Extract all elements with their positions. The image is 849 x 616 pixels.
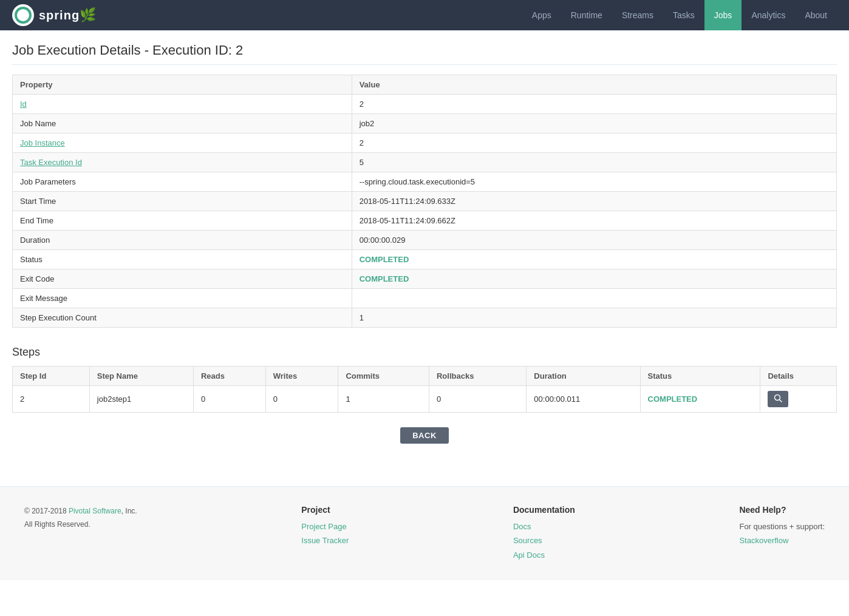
footer-copyright: © 2017-2018 Pivotal Software, Inc. All R… — [24, 505, 137, 531]
property-link[interactable]: Id — [20, 100, 27, 109]
property-link[interactable]: Task Execution Id — [20, 158, 82, 167]
detail-value: job2 — [352, 114, 836, 134]
footer-documentation: Documentation Docs Sources Api Docs — [513, 505, 575, 562]
steps-col-header: Commits — [338, 367, 429, 386]
steps-col-header: Writes — [265, 367, 338, 386]
detail-value: --spring.cloud.task.executionid=5 — [352, 172, 836, 192]
detail-value: 2018-05-11T11:24:09.633Z — [352, 192, 836, 211]
detail-property: Job Name — [13, 114, 352, 134]
leaf-icon: 🌿 — [80, 7, 96, 23]
steps-col-header: Rollbacks — [429, 367, 526, 386]
footer-issue-tracker-link[interactable]: Issue Tracker — [301, 533, 349, 547]
footer: © 2017-2018 Pivotal Software, Inc. All R… — [0, 486, 849, 580]
detail-property: Job Parameters — [13, 172, 352, 192]
detail-table: Property Value Id2Job Namejob2Job Instan… — [12, 75, 837, 328]
nav-item-streams[interactable]: Streams — [612, 0, 663, 30]
nav-item-analytics[interactable]: Analytics — [742, 0, 795, 30]
detail-value — [352, 289, 836, 308]
step-cell: 00:00:00.011 — [527, 386, 640, 413]
steps-title: Steps — [12, 346, 837, 359]
company-link[interactable]: Pivotal Software — [69, 507, 121, 515]
footer-sources-link[interactable]: Sources — [513, 533, 575, 547]
footer-project-page-link[interactable]: Project Page — [301, 520, 349, 533]
step-cell: 0 — [265, 386, 338, 413]
steps-col-header: Step Id — [13, 367, 90, 386]
step-cell: job2step1 — [89, 386, 193, 413]
footer-doc-title: Documentation — [513, 505, 575, 515]
steps-col-header: Status — [640, 367, 760, 386]
footer-help: Need Help? For questions + support: Stac… — [739, 505, 825, 548]
step-details-button[interactable] — [768, 391, 788, 407]
nav-item-apps[interactable]: Apps — [522, 0, 561, 30]
back-button[interactable]: BACK — [400, 427, 449, 444]
steps-col-header: Step Name — [89, 367, 193, 386]
footer-project-title: Project — [301, 505, 349, 515]
detail-property: Duration — [13, 231, 352, 250]
page-title: Job Execution Details - Execution ID: 2 — [12, 42, 837, 65]
nav-item-about[interactable]: About — [795, 0, 837, 30]
logo[interactable]: spring 🌿 — [12, 4, 96, 26]
detail-value: 2 — [352, 95, 836, 114]
footer-project: Project Project Page Issue Tracker — [301, 505, 349, 548]
steps-table: Step IdStep NameReadsWritesCommitsRollba… — [12, 366, 837, 413]
steps-col-header: Duration — [527, 367, 640, 386]
detail-property: End Time — [13, 211, 352, 231]
nav-item-jobs[interactable]: Jobs — [704, 0, 742, 30]
logo-icon — [12, 4, 34, 26]
detail-value: 5 — [352, 153, 836, 172]
footer-api-docs-link[interactable]: Api Docs — [513, 548, 575, 562]
step-cell: 2 — [13, 386, 90, 413]
step-details — [760, 386, 837, 413]
detail-property: Exit Code — [13, 269, 352, 289]
table-row: 2job2step1001000:00:00.011COMPLETED — [13, 386, 837, 413]
step-cell: 0 — [193, 386, 265, 413]
nav-item-tasks[interactable]: Tasks — [663, 0, 704, 30]
detail-property: Id — [13, 95, 352, 114]
footer-docs-link[interactable]: Docs — [513, 520, 575, 533]
nav-item-runtime[interactable]: Runtime — [561, 0, 612, 30]
copyright-suffix: , Inc. — [121, 507, 137, 515]
detail-value: 1 — [352, 308, 836, 328]
rights-text: All Rights Reserved. — [24, 520, 90, 529]
step-cell: 1 — [338, 386, 429, 413]
step-cell: 0 — [429, 386, 526, 413]
nav-items: Apps Runtime Streams Tasks Jobs Analytic… — [522, 0, 837, 30]
detail-value: 2 — [352, 134, 836, 153]
navbar: spring 🌿 Apps Runtime Streams Tasks Jobs… — [0, 0, 849, 30]
detail-property: Status — [13, 250, 352, 269]
detail-property: Job Instance — [13, 134, 352, 153]
steps-col-header: Details — [760, 367, 837, 386]
property-link[interactable]: Job Instance — [20, 138, 65, 147]
col-value: Value — [352, 75, 836, 95]
footer-help-title: Need Help? — [739, 505, 825, 515]
main-content: Job Execution Details - Execution ID: 2 … — [0, 30, 849, 474]
detail-value: COMPLETED — [352, 269, 836, 289]
detail-property: Exit Message — [13, 289, 352, 308]
copyright-text: © 2017-2018 — [24, 507, 69, 515]
detail-value: 2018-05-11T11:24:09.662Z — [352, 211, 836, 231]
step-status: COMPLETED — [640, 386, 760, 413]
col-property: Property — [13, 75, 352, 95]
detail-value: COMPLETED — [352, 250, 836, 269]
detail-value: 00:00:00.029 — [352, 231, 836, 250]
footer-stackoverflow-link[interactable]: Stackoverflow — [739, 533, 825, 547]
steps-col-header: Reads — [193, 367, 265, 386]
detail-property: Start Time — [13, 192, 352, 211]
detail-property: Step Execution Count — [13, 308, 352, 328]
logo-text: spring — [39, 8, 80, 22]
footer-help-description: For questions + support: Stackoverflow — [739, 522, 825, 548]
detail-property: Task Execution Id — [13, 153, 352, 172]
svg-line-1 — [780, 400, 782, 402]
